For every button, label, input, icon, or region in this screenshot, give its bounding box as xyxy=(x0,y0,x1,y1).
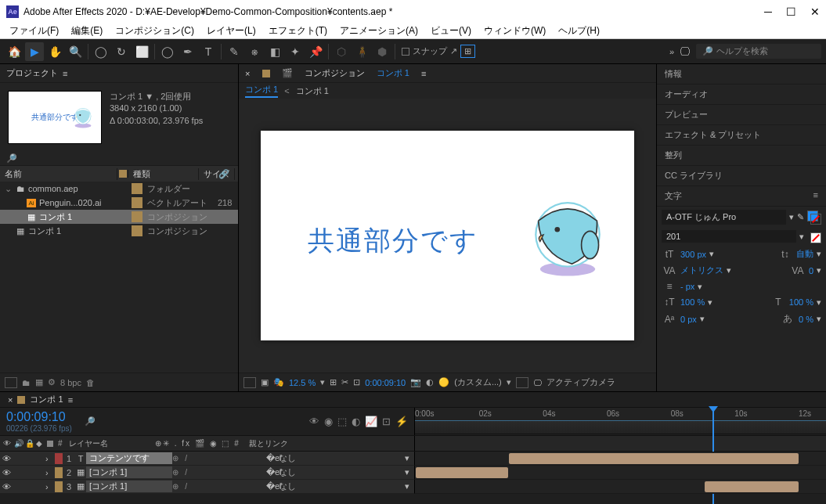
text-tool[interactable]: T xyxy=(199,42,218,61)
snap-option-icon[interactable]: ⊞ xyxy=(460,45,475,58)
panel-audio[interactable]: オーディオ xyxy=(657,85,826,105)
visibility-toggle[interactable]: 👁 xyxy=(0,468,13,477)
panel-character[interactable]: 文字 xyxy=(665,190,682,202)
layer-label[interactable] xyxy=(55,481,63,492)
menu-help[interactable]: ヘルプ(H) xyxy=(552,24,606,38)
visibility-toggle[interactable]: 👁 xyxy=(0,482,13,491)
maximize-button[interactable]: ☐ xyxy=(786,5,796,18)
project-search-icon[interactable]: 🔎 xyxy=(6,153,17,164)
kerning-input[interactable]: メトリクス xyxy=(680,265,723,276)
stroke-swatch[interactable] xyxy=(807,229,821,243)
menu-animation[interactable]: アニメーション(A) xyxy=(334,24,424,38)
color-management-button[interactable]: 🟡 xyxy=(438,377,449,387)
stroke-width-input[interactable]: - px xyxy=(680,282,694,291)
resolution-button[interactable]: ⊞ xyxy=(330,377,337,387)
layer-label[interactable] xyxy=(55,467,63,478)
col-label[interactable] xyxy=(119,170,127,178)
timeline-layer-row[interactable]: 👁 › 3 ▦ [コンポ 1] ⊕ / �el なし ▾ xyxy=(0,480,826,494)
layer-name-col[interactable]: レイヤー名 xyxy=(66,438,152,449)
roto-tool[interactable]: ✦ xyxy=(286,42,305,61)
tl-shy-button[interactable]: 👁 xyxy=(309,416,319,427)
comp-tab-2[interactable]: コンポ 1 xyxy=(296,85,329,97)
show-channel-button[interactable]: ◐ xyxy=(426,377,434,387)
panel-info[interactable]: 情報 xyxy=(657,64,826,85)
work-area-bar[interactable] xyxy=(415,420,826,434)
eraser-tool[interactable]: ◧ xyxy=(265,42,284,61)
col-type[interactable]: 種類 xyxy=(128,168,199,180)
vscale-input[interactable]: 100 % xyxy=(680,297,705,307)
interpret-footage-button[interactable] xyxy=(5,377,17,388)
delete-button[interactable]: 🗑 xyxy=(86,378,95,387)
selection-tool[interactable]: ▶ xyxy=(25,42,44,61)
comp-tab-1[interactable]: コンポ 1 xyxy=(245,84,278,98)
leading-input[interactable]: 自動 xyxy=(796,248,813,260)
tl-draft3d-button[interactable]: ◉ xyxy=(324,416,333,427)
solo-col-icon[interactable]: 🔒 xyxy=(22,439,33,448)
panel-menu-icon[interactable]: ≡ xyxy=(813,190,818,202)
video-col-icon[interactable]: 👁 xyxy=(0,439,11,448)
grid-button[interactable] xyxy=(243,377,256,388)
font-family-select[interactable]: A-OTF じゅん Pro xyxy=(662,210,786,225)
panel-preview[interactable]: プレビュー xyxy=(657,105,826,125)
active-camera[interactable]: アクティブカメラ xyxy=(546,376,615,388)
new-folder-button[interactable]: 🖿 xyxy=(22,378,31,387)
snapshot-button[interactable]: 📷 xyxy=(410,377,421,387)
toggle-transparency-button[interactable]: ▣ xyxy=(261,377,269,387)
comp-header-name[interactable]: コンポ 1 xyxy=(377,67,409,79)
tl-frameblend-button[interactable]: ⬚ xyxy=(337,416,347,427)
workspace-expand-icon[interactable]: » xyxy=(669,47,674,56)
panel-effects[interactable]: エフェクト & プリセット xyxy=(657,125,826,146)
project-item[interactable]: ▦コンポ 1コンポジション xyxy=(0,224,238,238)
shape-tool[interactable]: ◯ xyxy=(158,42,177,61)
minimize-button[interactable]: ─ xyxy=(764,5,772,18)
hscale-input[interactable]: 100 % xyxy=(789,297,813,307)
puppet-tool[interactable]: 📌 xyxy=(306,42,325,61)
panel-cc[interactable]: CC ライブラリ xyxy=(657,166,826,186)
close-button[interactable]: ✕ xyxy=(810,5,820,18)
pen-tool[interactable]: ✒ xyxy=(179,42,197,61)
home-tool[interactable]: 🏠 xyxy=(5,42,23,61)
zoom-tool[interactable]: 🔍 xyxy=(66,42,85,61)
pan-behind-tool[interactable]: ⬜ xyxy=(132,42,151,61)
view-options-button[interactable]: 🖵 xyxy=(533,378,542,387)
snap-checkbox[interactable] xyxy=(402,48,409,56)
menu-layer[interactable]: レイヤー(L) xyxy=(200,24,262,38)
menu-composition[interactable]: コンポジション(C) xyxy=(109,24,200,38)
menu-file[interactable]: ファイル(F) xyxy=(3,24,65,38)
composition-viewer[interactable]: 共通部分です xyxy=(261,131,634,340)
roi-button[interactable]: ✂ xyxy=(341,377,348,387)
timeline-timecode[interactable]: 0:00:09:10 xyxy=(6,410,72,424)
visibility-toggle[interactable]: 👁 xyxy=(0,454,13,463)
timeline-layer-row[interactable]: 👁 › 2 ▦ [コンポ 1] ⊕ / �el なし ▾ xyxy=(0,466,826,480)
menu-view[interactable]: ビュー(V) xyxy=(424,24,478,38)
timeline-tab[interactable]: コンポ 1 xyxy=(30,394,63,405)
rotate-tool[interactable]: ↻ xyxy=(112,42,131,61)
clone-tool[interactable]: ⎈ xyxy=(245,42,264,61)
tl-render-button[interactable]: ⚡ xyxy=(395,416,408,427)
project-item[interactable]: ⌄🖿common.aepフォルダー xyxy=(0,182,238,196)
hand-tool[interactable]: ✋ xyxy=(45,42,64,61)
font-weight-select[interactable]: 201 xyxy=(662,230,796,243)
new-comp-button[interactable]: ▦ xyxy=(35,377,43,387)
workspace-tool[interactable]: 🖵 xyxy=(676,42,694,61)
guides-button[interactable]: ⊡ xyxy=(353,377,360,387)
bpc-label[interactable]: 8 bpc xyxy=(60,378,81,387)
timeline-layer-row[interactable]: 👁 › 1 T コンテンツです ⊕ / �el なし ▾ xyxy=(0,452,826,466)
project-item[interactable]: AiPenguin...020.aiベクトルアート218 xyxy=(0,196,238,210)
panel-menu-icon[interactable]: ≡ xyxy=(421,69,426,78)
zoom-level[interactable]: 12.5 % xyxy=(289,378,316,387)
menu-effect[interactable]: エフェクト(T) xyxy=(262,24,334,38)
menu-edit[interactable]: 編集(E) xyxy=(65,24,109,38)
mask-button[interactable]: 🎭 xyxy=(273,377,284,387)
tsume-input[interactable]: 0 % xyxy=(799,315,813,324)
panel-menu-icon[interactable]: ≡ xyxy=(68,395,73,405)
orbit-tool[interactable]: ◯ xyxy=(92,42,110,61)
tracking-input[interactable]: 0 xyxy=(809,266,813,275)
tl-graph-button[interactable]: 📈 xyxy=(365,416,377,427)
tl-motionblur-button[interactable]: ◐ xyxy=(352,416,360,427)
col-link-icon[interactable]: 🔗 xyxy=(214,169,235,179)
panel-menu-icon[interactable]: ≡ xyxy=(63,69,67,78)
parent-col[interactable]: 親とリンク xyxy=(246,438,291,449)
font-size-input[interactable]: 300 px xyxy=(680,250,706,259)
project-item[interactable]: ▦コンポ 1コンポジション xyxy=(0,210,238,224)
